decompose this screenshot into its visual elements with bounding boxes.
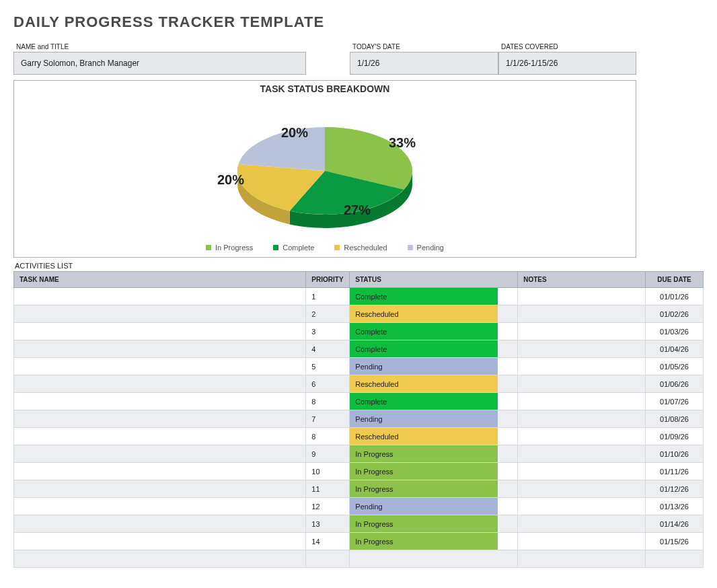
- table-row[interactable]: 5Pending01/05/26: [14, 358, 704, 375]
- cell-status[interactable]: Complete: [350, 323, 518, 340]
- cell-due[interactable]: 01/11/26: [646, 463, 704, 480]
- cell-notes[interactable]: [518, 323, 646, 340]
- cell-priority[interactable]: 2: [306, 305, 350, 323]
- cell-task[interactable]: [14, 533, 306, 550]
- cell-due[interactable]: 01/13/26: [646, 498, 704, 515]
- cell-status[interactable]: [350, 550, 518, 568]
- cell-due[interactable]: 01/03/26: [646, 323, 704, 340]
- cell-due[interactable]: 01/10/26: [646, 445, 704, 463]
- cell-task[interactable]: [14, 340, 306, 358]
- table-row[interactable]: 3Complete01/03/26: [14, 323, 704, 340]
- status-badge: In Progress: [350, 480, 498, 497]
- table-row[interactable]: 6Rescheduled01/06/26: [14, 375, 704, 393]
- table-row[interactable]: 4Complete01/04/26: [14, 340, 704, 358]
- cell-priority[interactable]: 10: [306, 463, 350, 480]
- cell-task[interactable]: [14, 375, 306, 393]
- cell-status[interactable]: Rescheduled: [350, 375, 518, 393]
- cell-status[interactable]: In Progress: [350, 463, 518, 480]
- cell-due[interactable]: 01/08/26: [646, 410, 704, 428]
- cell-priority[interactable]: [306, 550, 350, 568]
- cell-due[interactable]: 01/07/26: [646, 393, 704, 410]
- table-row[interactable]: 2Rescheduled01/02/26: [14, 305, 704, 323]
- cell-priority[interactable]: 7: [306, 410, 350, 428]
- cell-notes[interactable]: [518, 428, 646, 445]
- cell-status[interactable]: Pending: [350, 358, 518, 375]
- cell-notes[interactable]: [518, 340, 646, 358]
- cell-notes[interactable]: [518, 410, 646, 428]
- cell-notes[interactable]: [518, 498, 646, 515]
- cell-status[interactable]: In Progress: [350, 515, 518, 533]
- cell-due[interactable]: 01/06/26: [646, 375, 704, 393]
- cell-task[interactable]: [14, 498, 306, 515]
- cell-due[interactable]: 01/14/26: [646, 515, 704, 533]
- cell-notes[interactable]: [518, 305, 646, 323]
- cell-status[interactable]: In Progress: [350, 480, 518, 498]
- cell-due[interactable]: 01/15/26: [646, 533, 704, 550]
- cell-priority[interactable]: 8: [306, 393, 350, 410]
- cell-priority[interactable]: 1: [306, 288, 350, 305]
- cell-status[interactable]: Pending: [350, 498, 518, 515]
- cell-notes[interactable]: [518, 358, 646, 375]
- cell-due[interactable]: 01/04/26: [646, 340, 704, 358]
- table-row[interactable]: 1Complete01/01/26: [14, 288, 704, 305]
- cell-status[interactable]: In Progress: [350, 445, 518, 463]
- cell-status[interactable]: Rescheduled: [350, 305, 518, 323]
- name-value[interactable]: Garry Solomon, Branch Manager: [13, 52, 306, 75]
- cell-notes[interactable]: [518, 533, 646, 550]
- cell-status[interactable]: Complete: [350, 288, 518, 305]
- cell-priority[interactable]: 6: [306, 375, 350, 393]
- cell-task[interactable]: [14, 428, 306, 445]
- cell-status[interactable]: Rescheduled: [350, 428, 518, 445]
- cell-priority[interactable]: 4: [306, 340, 350, 358]
- table-row[interactable]: 10In Progress01/11/26: [14, 463, 704, 480]
- cell-status[interactable]: In Progress: [350, 533, 518, 550]
- table-row[interactable]: 8Rescheduled01/09/26: [14, 428, 704, 445]
- cell-notes[interactable]: [518, 288, 646, 305]
- cell-task[interactable]: [14, 288, 306, 305]
- dates-value[interactable]: 1/1/26-1/15/26: [498, 52, 636, 75]
- cell-task[interactable]: [14, 445, 306, 463]
- cell-task[interactable]: [14, 480, 306, 498]
- table-row[interactable]: 13In Progress01/14/26: [14, 515, 704, 533]
- table-row[interactable]: 14In Progress01/15/26: [14, 533, 704, 550]
- table-row[interactable]: 9In Progress01/10/26: [14, 445, 704, 463]
- cell-task[interactable]: [14, 550, 306, 568]
- cell-notes[interactable]: [518, 393, 646, 410]
- cell-notes[interactable]: [518, 550, 646, 568]
- cell-priority[interactable]: 5: [306, 358, 350, 375]
- table-row[interactable]: 8Complete01/07/26: [14, 393, 704, 410]
- table-row[interactable]: 12Pending01/13/26: [14, 498, 704, 515]
- cell-due[interactable]: 01/12/26: [646, 480, 704, 498]
- cell-due[interactable]: 01/02/26: [646, 305, 704, 323]
- cell-notes[interactable]: [518, 515, 646, 533]
- cell-due[interactable]: 01/09/26: [646, 428, 704, 445]
- cell-priority[interactable]: 12: [306, 498, 350, 515]
- cell-notes[interactable]: [518, 375, 646, 393]
- cell-priority[interactable]: 9: [306, 445, 350, 463]
- cell-task[interactable]: [14, 463, 306, 480]
- cell-due[interactable]: 01/01/26: [646, 288, 704, 305]
- cell-priority[interactable]: 13: [306, 515, 350, 533]
- cell-notes[interactable]: [518, 463, 646, 480]
- cell-priority[interactable]: 8: [306, 428, 350, 445]
- cell-task[interactable]: [14, 515, 306, 533]
- cell-status[interactable]: Complete: [350, 340, 518, 358]
- cell-status[interactable]: Complete: [350, 393, 518, 410]
- cell-task[interactable]: [14, 410, 306, 428]
- cell-task[interactable]: [14, 393, 306, 410]
- cell-due[interactable]: 01/05/26: [646, 358, 704, 375]
- cell-priority[interactable]: 11: [306, 480, 350, 498]
- cell-status[interactable]: Pending: [350, 410, 518, 428]
- table-row[interactable]: [14, 550, 704, 568]
- cell-task[interactable]: [14, 323, 306, 340]
- table-row[interactable]: 11In Progress01/12/26: [14, 480, 704, 498]
- today-value[interactable]: 1/1/26: [350, 52, 498, 75]
- cell-notes[interactable]: [518, 445, 646, 463]
- cell-due[interactable]: [646, 550, 704, 568]
- cell-priority[interactable]: 14: [306, 533, 350, 550]
- cell-task[interactable]: [14, 305, 306, 323]
- cell-priority[interactable]: 3: [306, 323, 350, 340]
- table-row[interactable]: 7Pending01/08/26: [14, 410, 704, 428]
- cell-notes[interactable]: [518, 480, 646, 498]
- cell-task[interactable]: [14, 358, 306, 375]
